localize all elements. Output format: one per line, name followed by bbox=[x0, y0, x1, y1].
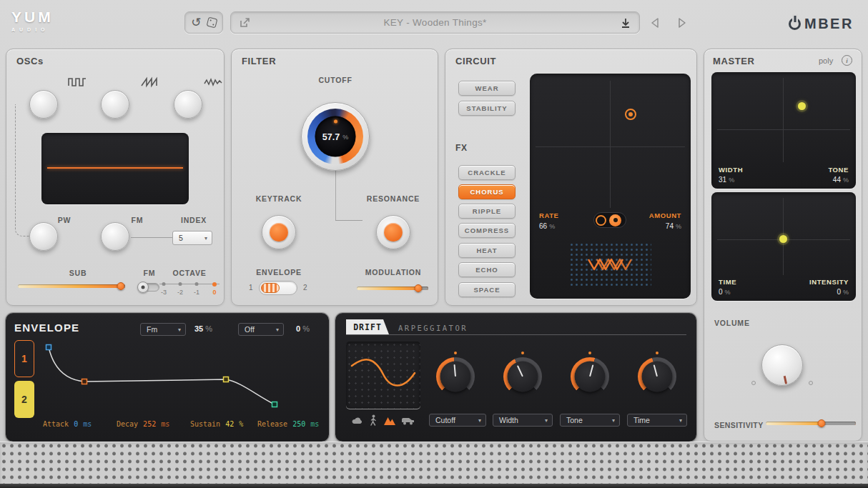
octave-num: 0 bbox=[207, 289, 222, 296]
fx-button-crackle[interactable]: CRACKLE bbox=[458, 165, 516, 180]
drift-knob-2[interactable] bbox=[503, 357, 542, 396]
envelope-select-switch[interactable] bbox=[259, 281, 297, 295]
drift-knob-1[interactable] bbox=[436, 357, 475, 396]
amount-value-unit: % bbox=[676, 223, 681, 230]
fx-button-space[interactable]: SPACE bbox=[458, 282, 516, 297]
mod-routing-line bbox=[15, 104, 31, 236]
speaker-grille bbox=[0, 442, 868, 488]
index-dropdown[interactable]: 5 ▾ bbox=[172, 231, 212, 245]
osc2-knob[interactable] bbox=[101, 90, 129, 119]
decay-label: Decay bbox=[117, 420, 138, 428]
preset-bar[interactable]: KEY - Wooden Things* bbox=[230, 11, 640, 34]
pad2-cursor[interactable] bbox=[779, 235, 787, 243]
width-value-number: 31 bbox=[719, 176, 726, 184]
modulation-slider-handle[interactable] bbox=[415, 284, 423, 292]
octave-stepper[interactable]: -3 -2 -1 0 bbox=[159, 279, 220, 301]
drift-dest-dropdown-2[interactable]: Width ▾ bbox=[493, 414, 553, 427]
time-intensity-pad[interactable]: TIME 0% INTENSITY 0% bbox=[711, 192, 856, 301]
undo-icon: ↺ bbox=[191, 16, 201, 29]
fx-button-compress[interactable]: COMPRESS bbox=[458, 223, 516, 238]
drift-mode-cloud-button[interactable] bbox=[351, 415, 363, 427]
fx-button-chorus[interactable]: CHORUS bbox=[458, 184, 516, 199]
pw-knob[interactable] bbox=[29, 222, 58, 251]
sub-slider-handle[interactable] bbox=[117, 282, 125, 290]
prev-preset-button[interactable] bbox=[649, 16, 661, 29]
panel-title-oscs: OSCs bbox=[16, 56, 44, 66]
fm-label: FM bbox=[127, 216, 148, 224]
volume-knob[interactable] bbox=[761, 344, 803, 386]
release-handle[interactable] bbox=[272, 402, 277, 407]
width-tone-pad[interactable]: WIDTH 31% TONE 44% bbox=[711, 72, 856, 189]
export-icon bbox=[239, 17, 250, 29]
info-button[interactable]: i bbox=[842, 55, 852, 66]
fx-xy-cursor[interactable] bbox=[625, 109, 636, 120]
envelope-graph[interactable] bbox=[40, 340, 323, 419]
env-tab-1[interactable]: 1 bbox=[14, 340, 34, 377]
pad1-crosshair-v bbox=[783, 78, 784, 162]
osc1-knob[interactable] bbox=[29, 90, 58, 119]
tab-drift[interactable]: DRIFT bbox=[346, 319, 389, 334]
fx-button-heat[interactable]: HEAT bbox=[458, 243, 516, 258]
circuit-display: RATE 66% AMOUNT 74% bbox=[530, 74, 691, 299]
keytrack-knob[interactable] bbox=[262, 215, 296, 249]
fm-knob[interactable] bbox=[101, 222, 129, 251]
voice-mode-label[interactable]: poly bbox=[819, 56, 833, 65]
drift-dest-dropdown-4[interactable]: Time ▾ bbox=[627, 414, 687, 427]
master-panel: MASTER poly i WIDTH 31% TONE 44% TIME 0% bbox=[704, 49, 862, 442]
env-mod2-dropdown[interactable]: Off ▾ bbox=[238, 323, 284, 336]
chevron-down-icon: ▾ bbox=[276, 327, 279, 333]
drift-mode-mountain-button[interactable] bbox=[383, 415, 396, 426]
tab-arpeggiator[interactable]: ARPEGGIATOR bbox=[398, 324, 468, 332]
fm-toggle-handle[interactable] bbox=[137, 282, 149, 293]
modulation-label: MODULATION bbox=[357, 268, 429, 277]
wear-button[interactable]: WEAR bbox=[458, 81, 516, 96]
volume-max-dot bbox=[809, 381, 813, 385]
pad1-cursor[interactable] bbox=[798, 102, 806, 110]
env-tab-2[interactable]: 2 bbox=[14, 381, 34, 418]
modulation-slider[interactable] bbox=[357, 284, 428, 293]
cutoff-knob[interactable]: 57.7 % bbox=[301, 102, 370, 171]
keytrack-knob-core bbox=[270, 223, 288, 241]
env-mod1-dropdown[interactable]: Fm ▾ bbox=[140, 323, 186, 336]
env-mod2-amount: 0% bbox=[296, 324, 310, 333]
drift-dest-dropdown-3[interactable]: Tone ▾ bbox=[560, 414, 620, 427]
osc3-knob[interactable] bbox=[174, 90, 202, 119]
decay-handle[interactable] bbox=[82, 379, 87, 384]
preset-load-button[interactable] bbox=[239, 17, 250, 29]
next-preset-button[interactable] bbox=[676, 16, 688, 29]
sustain-handle[interactable] bbox=[224, 377, 229, 382]
panel-title-circuit: CIRCUIT bbox=[455, 56, 496, 66]
drift-knob-4[interactable] bbox=[638, 357, 676, 396]
pw-label: PW bbox=[54, 216, 75, 224]
drift-dest-dropdown-1[interactable]: Cutoff ▾ bbox=[429, 414, 486, 427]
release-value: 250 bbox=[292, 420, 305, 428]
yum-zigzag-logo bbox=[587, 254, 633, 274]
oscilloscope-display bbox=[41, 133, 189, 204]
randomize-button[interactable] bbox=[207, 18, 217, 27]
stability-button[interactable]: STABILITY bbox=[458, 101, 516, 116]
fx-button-ripple[interactable]: RIPPLE bbox=[458, 204, 516, 219]
undo-button[interactable]: ↺ bbox=[191, 16, 201, 29]
preset-save-button[interactable] bbox=[620, 17, 631, 29]
width-value-unit: % bbox=[729, 176, 734, 184]
volume-min-dot bbox=[751, 381, 756, 385]
drift-knob-3[interactable] bbox=[571, 357, 609, 396]
sensitivity-slider[interactable] bbox=[766, 419, 856, 428]
fx-button-echo[interactable]: ECHO bbox=[458, 262, 516, 277]
resonance-knob-core bbox=[384, 223, 403, 241]
release-label: Release bbox=[257, 420, 287, 428]
attack-handle[interactable] bbox=[46, 345, 51, 350]
drift-mode-vehicle-button[interactable] bbox=[401, 416, 415, 426]
drift-wave-display bbox=[346, 342, 420, 409]
resonance-knob[interactable] bbox=[376, 215, 410, 249]
saw-wave-icon bbox=[141, 76, 159, 88]
env-mod1-amount-number: 35 bbox=[194, 324, 203, 333]
intensity-label: INTENSITY bbox=[809, 278, 849, 286]
drift-mode-walk-button[interactable] bbox=[369, 414, 378, 427]
fx-power-toggle[interactable] bbox=[593, 212, 626, 228]
preset-name: KEY - Wooden Things* bbox=[250, 17, 620, 28]
sub-slider[interactable] bbox=[18, 282, 125, 291]
envelope-switch-handle[interactable] bbox=[261, 283, 280, 293]
triangle-wave-icon bbox=[204, 76, 222, 88]
sensitivity-slider-handle[interactable] bbox=[818, 419, 826, 427]
